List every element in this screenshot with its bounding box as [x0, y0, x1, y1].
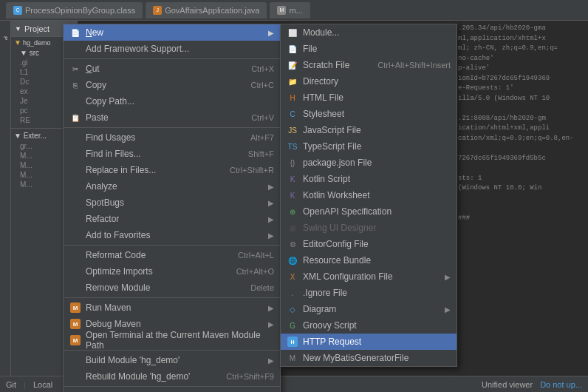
menu-item-find-files[interactable]: Find in Files... Shift+F: [64, 146, 280, 162]
submenu-new-kotlin-script[interactable]: K Kotlin Script: [281, 171, 457, 187]
menu-item-run-maven[interactable]: M Run Maven ▶: [64, 300, 280, 316]
menu-label-cut: Cut: [86, 64, 247, 74]
mybatis-icon: M: [287, 352, 298, 364]
menu-label-rebuild-module: Rebuild Module 'hg_demo': [86, 371, 222, 382]
cut-icon: ✂: [69, 63, 81, 75]
submenu-new-ignore[interactable]: . .Ignore File: [281, 285, 457, 301]
submenu-new-editor-config[interactable]: ⚙ EditorConfig File: [281, 236, 457, 252]
submenu-new-javascript[interactable]: JS JavaScript File: [281, 122, 457, 138]
module-icon: ⬜: [287, 27, 298, 38]
bottom-action-label[interactable]: Do not up...: [540, 380, 582, 389]
submenu-new-scratch[interactable]: 📝 Scratch File Ctrl+Alt+Shift+Insert: [281, 57, 457, 73]
separator-3: [64, 245, 280, 246]
paste-icon: 📋: [69, 112, 81, 124]
submenu-new-typescript[interactable]: TS TypeScript File: [281, 138, 457, 155]
diagram-icon: ◇: [287, 303, 298, 315]
menu-item-spotbugs[interactable]: SpotBugs ▶: [64, 195, 280, 211]
submenu-new-directory[interactable]: 📁 Directory: [281, 73, 457, 89]
separator-5: [64, 350, 280, 351]
refactor-icon: [69, 213, 81, 225]
submenu-new-groovy[interactable]: G Groovy Script: [281, 317, 457, 334]
menu-label-new: New: [86, 27, 264, 38]
xml-icon: X: [287, 271, 298, 283]
sidebar-project-icon[interactable]: P: [1, 24, 10, 53]
menu-item-paste[interactable]: 📋 Paste Ctrl+V: [64, 109, 280, 126]
project-title: Project: [24, 24, 49, 33]
css-icon: C: [287, 108, 298, 120]
submenu-label-resource-bundle: Resource Bundle: [303, 255, 451, 266]
submenu-label-ignore: .Ignore File: [303, 288, 451, 298]
find-files-icon: [69, 148, 81, 160]
editorconfig-icon: ⚙: [287, 238, 298, 250]
submenu-new-module[interactable]: ⬜ Module...: [281, 24, 457, 41]
submenu-new-http-request[interactable]: H HTTP Request: [281, 334, 457, 350]
top-bar: C ProcessOpinionByGroup.class J GovAffai…: [0, 0, 588, 21]
rebuild-module-icon: [69, 371, 81, 382]
http-request-icon: H: [287, 336, 298, 348]
submenu-label-javascript: JavaScript File: [303, 125, 451, 135]
tab-label-other: m...: [289, 6, 302, 15]
menu-label-remove-module: Remove Module: [86, 283, 246, 293]
tab-gov-affairs[interactable]: J GovAffairsApplication.java: [146, 2, 267, 18]
tab-other[interactable]: M m...: [270, 2, 310, 18]
menu-label-analyze: Analyze: [86, 181, 264, 192]
menu-item-add-framework[interactable]: Add Framework Support...: [64, 41, 280, 57]
submenu-new-file[interactable]: 📄 File: [281, 41, 457, 57]
submenu-label-scratch: Scratch File: [303, 60, 373, 70]
ts-icon: TS: [287, 141, 298, 152]
submenu-new-html[interactable]: H HTML File: [281, 89, 457, 106]
kotlin-worksheet-icon: K: [287, 189, 298, 201]
menu-label-reformat: Reformat Code: [86, 250, 233, 260]
code-line-13: sts: 1: [458, 175, 482, 182]
ignore-icon: .: [287, 287, 298, 299]
menu-label-open-terminal: Open Terminal at the Current Maven Modul…: [86, 330, 274, 351]
code-line-15: ###: [458, 214, 470, 222]
build-module-icon: [69, 354, 81, 366]
code-line-12: 7267dc65f1949369fd5b5c: [458, 155, 546, 162]
menu-item-cut[interactable]: ✂ Cut Ctrl+X: [64, 61, 280, 77]
menu-item-find-usages[interactable]: Find Usages Alt+F7: [64, 129, 280, 146]
kotlin-script-icon: K: [287, 173, 298, 185]
submenu-label-groovy: Groovy Script: [303, 320, 451, 331]
menu-item-add-favorites[interactable]: Add to Favorites ▶: [64, 227, 280, 243]
submenu-label-kotlin-script: Kotlin Script: [303, 174, 451, 184]
submenu-new-mybatis[interactable]: M New MyBatisGeneratorFile: [281, 350, 457, 366]
swing-icon: ⊞: [287, 222, 298, 234]
menu-item-new[interactable]: 📄 New ▶: [64, 24, 280, 41]
menu-label-find-usages: Find Usages: [86, 132, 246, 143]
code-content: .205.34/api/hb2020-gma ml,application/xh…: [458, 24, 585, 223]
submenu-new-package-json[interactable]: {} package.json File: [281, 155, 457, 171]
java-file-icon: J: [153, 6, 162, 15]
menu-item-replace[interactable]: Replace in Files... Ctrl+Shift+R: [64, 162, 280, 178]
tab-process-opinion[interactable]: C ProcessOpinionByGroup.class: [6, 2, 143, 18]
submenu-new-openapi[interactable]: ⊕ OpenAPI Specification: [281, 203, 457, 220]
submenu-new-kotlin-worksheet[interactable]: K Kotlin Worksheet: [281, 187, 457, 203]
menu-item-rebuild-module[interactable]: Rebuild Module 'hg_demo' Ctrl+Shift+F9: [64, 368, 280, 385]
menu-item-build-module[interactable]: Build Module 'hg_demo' ▶: [64, 352, 280, 368]
framework-icon: [69, 43, 81, 55]
bottom-branch-label: Local: [33, 380, 52, 389]
menu-item-copy[interactable]: ⎘ Copy Ctrl+C: [64, 77, 280, 93]
submenu-new-stylesheet[interactable]: C Stylesheet: [281, 106, 457, 122]
menu-label-copy-path: Copy Path...: [86, 96, 274, 107]
menu-item-open-terminal[interactable]: M Open Terminal at the Current Maven Mod…: [64, 332, 280, 348]
js-icon: JS: [287, 124, 298, 136]
submenu-new-xml-config[interactable]: X XML Configuration File ▶: [281, 268, 457, 285]
menu-item-optimize[interactable]: Optimize Imports Ctrl+Alt+O: [64, 263, 280, 280]
menu-item-copy-path[interactable]: Copy Path...: [64, 93, 280, 109]
separator-1: [64, 58, 280, 59]
submenu-new-resource-bundle[interactable]: 🌐 Resource Bundle: [281, 252, 457, 268]
submenu-label-http-request: HTTP Request: [303, 337, 451, 347]
submenu-label-diagram: Diagram: [303, 304, 440, 314]
menu-label-replace: Replace in Files...: [86, 165, 225, 175]
menu-item-analyze[interactable]: Analyze ▶: [64, 178, 280, 195]
code-line-5: p-alive': [458, 64, 490, 72]
submenu-label-kotlin-worksheet: Kotlin Worksheet: [303, 190, 451, 200]
submenu-new-diagram[interactable]: ◇ Diagram ▶: [281, 301, 457, 317]
menu-item-refactor[interactable]: Refactor ▶: [64, 211, 280, 227]
scratch-icon: 📝: [287, 59, 298, 71]
menu-item-reformat[interactable]: Reformat Code Ctrl+Alt+L: [64, 247, 280, 263]
menu-item-open-in[interactable]: Open In ▶: [64, 388, 280, 392]
submenu-label-module: Module...: [303, 27, 451, 38]
menu-item-remove-module[interactable]: Remove Module Delete: [64, 280, 280, 296]
